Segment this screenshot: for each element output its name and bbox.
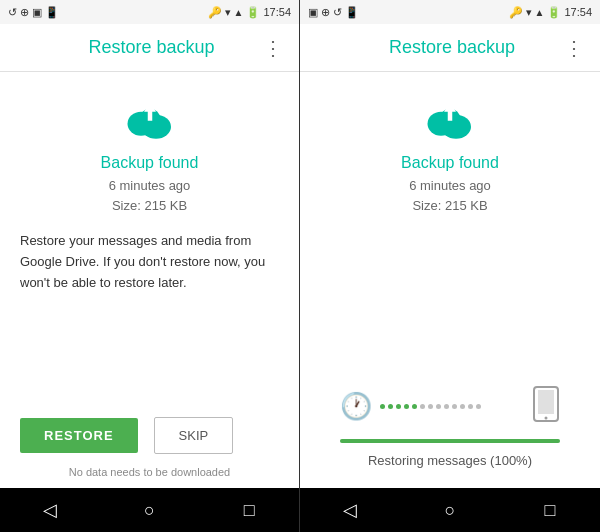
dot-12 bbox=[468, 404, 473, 409]
history-icon: 🕐 bbox=[340, 391, 372, 422]
progress-dots bbox=[380, 405, 520, 407]
status-icon-add: ⊕ bbox=[20, 6, 29, 19]
progress-area: 🕐 bbox=[320, 381, 580, 468]
dot-9 bbox=[444, 404, 449, 409]
dot-4 bbox=[404, 404, 409, 409]
status-bar: ↺ ⊕ ▣ 📱 🔑 ▾ ▲ 🔋 17:54 bbox=[0, 0, 299, 24]
status-battery-icon: 🔋 bbox=[246, 6, 260, 19]
app-bar-2: Restore backup ⋮ bbox=[300, 24, 600, 72]
dot-10 bbox=[452, 404, 457, 409]
backup-time-2: 6 minutes ago bbox=[409, 176, 491, 196]
status-bar-left-2: ▣ ⊕ ↺ 📱 bbox=[308, 6, 359, 19]
status-icon-phone-2: 📱 bbox=[345, 6, 359, 19]
status-bar-right-2: 🔑 ▾ ▲ 🔋 17:54 bbox=[509, 6, 592, 19]
status-icon-screen: ▣ bbox=[32, 6, 42, 19]
back-button-2[interactable]: ◁ bbox=[330, 490, 370, 530]
status-icon-screen-2: ▣ bbox=[308, 6, 318, 19]
main-content-2: Backup found 6 minutes ago Size: 215 KB … bbox=[300, 72, 600, 488]
dot-6 bbox=[420, 404, 425, 409]
back-button[interactable]: ◁ bbox=[30, 490, 70, 530]
svg-rect-11 bbox=[538, 390, 554, 414]
page-title-2: Restore backup bbox=[340, 37, 564, 58]
backup-time: 6 minutes ago bbox=[109, 176, 191, 196]
home-button[interactable]: ○ bbox=[129, 490, 169, 530]
page-title: Restore backup bbox=[40, 37, 263, 58]
action-buttons: RESTORE SKIP bbox=[0, 417, 299, 462]
status-icon-refresh: ↺ bbox=[8, 6, 17, 19]
status-icon-refresh-2: ↺ bbox=[333, 6, 342, 19]
status-battery-icon-2: 🔋 bbox=[547, 6, 561, 19]
main-content: Backup found 6 minutes ago Size: 215 KB … bbox=[0, 72, 299, 417]
restore-description: Restore your messages and media from Goo… bbox=[20, 231, 279, 293]
progress-bar-wrap bbox=[340, 439, 560, 443]
home-button-2[interactable]: ○ bbox=[430, 490, 470, 530]
status-wifi-icon-2: ▲ bbox=[535, 7, 545, 18]
restore-button[interactable]: RESTORE bbox=[20, 418, 138, 453]
status-key-icon: 🔑 bbox=[208, 6, 222, 19]
svg-rect-3 bbox=[136, 119, 163, 134]
recents-button-2[interactable]: □ bbox=[530, 490, 570, 530]
status-bar-2: ▣ ⊕ ↺ 📱 🔑 ▾ ▲ 🔋 17:54 bbox=[300, 0, 600, 24]
status-bar-left: ↺ ⊕ ▣ 📱 bbox=[8, 6, 59, 19]
dot-8 bbox=[436, 404, 441, 409]
svg-point-12 bbox=[545, 417, 548, 420]
backup-found-label: Backup found bbox=[101, 154, 199, 172]
skip-button[interactable]: SKIP bbox=[154, 417, 234, 454]
backup-found-label-2: Backup found bbox=[401, 154, 499, 172]
cloud-upload-icon bbox=[120, 92, 180, 142]
cloud-icon-wrap bbox=[120, 92, 180, 146]
status-icon-phone: 📱 bbox=[45, 6, 59, 19]
status-signal-icon: ▾ bbox=[225, 6, 231, 19]
backup-meta: 6 minutes ago Size: 215 KB bbox=[109, 176, 191, 215]
dot-11 bbox=[460, 404, 465, 409]
dot-5 bbox=[412, 404, 417, 409]
phone-device-icon bbox=[532, 386, 560, 426]
restoring-status-label: Restoring messages (100%) bbox=[368, 453, 532, 468]
dot-13 bbox=[476, 404, 481, 409]
status-bar-right: 🔑 ▾ ▲ 🔋 17:54 bbox=[208, 6, 291, 19]
dot-7 bbox=[428, 404, 433, 409]
dot-3 bbox=[396, 404, 401, 409]
status-key-icon-2: 🔑 bbox=[509, 6, 523, 19]
backup-size: Size: 215 KB bbox=[109, 196, 191, 216]
status-time: 17:54 bbox=[263, 6, 291, 18]
dot-2 bbox=[388, 404, 393, 409]
overflow-menu-icon[interactable]: ⋮ bbox=[263, 36, 283, 60]
progress-bar-fill bbox=[340, 439, 560, 443]
panel-restore-backup: ↺ ⊕ ▣ 📱 🔑 ▾ ▲ 🔋 17:54 Restore backup ⋮ bbox=[0, 0, 300, 532]
dot-1 bbox=[380, 404, 385, 409]
cloud-icon-wrap-2 bbox=[420, 92, 480, 146]
cloud-upload-icon-2 bbox=[420, 92, 480, 142]
recents-button[interactable]: □ bbox=[229, 490, 269, 530]
progress-track: 🕐 bbox=[340, 381, 560, 431]
status-wifi-icon: ▲ bbox=[234, 7, 244, 18]
backup-size-2: Size: 215 KB bbox=[409, 196, 491, 216]
svg-rect-8 bbox=[437, 119, 464, 134]
no-download-notice: No data needs to be downloaded bbox=[0, 462, 299, 488]
status-signal-icon-2: ▾ bbox=[526, 6, 532, 19]
backup-meta-2: 6 minutes ago Size: 215 KB bbox=[409, 176, 491, 215]
panel-restoring: ▣ ⊕ ↺ 📱 🔑 ▾ ▲ 🔋 17:54 Restore backup ⋮ bbox=[300, 0, 600, 532]
nav-bar-2: ◁ ○ □ bbox=[300, 488, 600, 532]
overflow-menu-icon-2[interactable]: ⋮ bbox=[564, 36, 584, 60]
nav-bar: ◁ ○ □ bbox=[0, 488, 299, 532]
app-bar: Restore backup ⋮ bbox=[0, 24, 299, 72]
status-time-2: 17:54 bbox=[564, 6, 592, 18]
status-icon-location-2: ⊕ bbox=[321, 6, 330, 19]
